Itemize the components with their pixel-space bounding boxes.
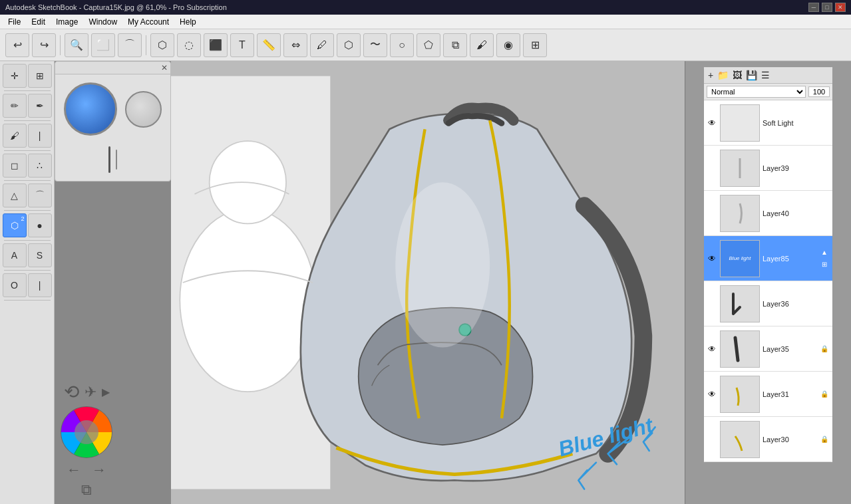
menu-item-image[interactable]: Image [51, 16, 83, 28]
layer-lock-soft-light[interactable] [819, 118, 830, 128]
zoom-tool-button[interactable]: 🔍 [65, 33, 88, 57]
line-left-tool[interactable]: | [28, 273, 52, 297]
menu-item-edit[interactable]: Edit [26, 16, 51, 28]
scatter-left-tool[interactable]: ∴ [28, 154, 52, 178]
text-a-left-tool[interactable]: A [3, 243, 27, 267]
folder-icon[interactable]: 📁 [717, 70, 729, 80]
layer-ops-left-tool[interactable]: ⊞ [28, 64, 52, 88]
layer-lock-layer39[interactable] [819, 163, 830, 174]
forward-arrow[interactable]: → [92, 461, 106, 479]
menu-item-help[interactable]: Help [174, 16, 202, 28]
flip-icon[interactable]: ⧉ [81, 481, 92, 499]
color-fill-left-tool[interactable]: ● [28, 213, 52, 237]
smudge-left-tool[interactable]: ⌒ [28, 184, 52, 207]
close-button[interactable]: ✕ [835, 3, 846, 12]
back-arrow[interactable]: ← [67, 461, 81, 479]
layer-item-layer40[interactable]: Layer40 [704, 191, 832, 236]
text-s-left-tool[interactable]: S [28, 243, 52, 267]
pen-left-tool[interactable]: ✒ [28, 94, 52, 118]
eraser-left-tool[interactable]: ◻ [3, 154, 27, 178]
brush-panel-close[interactable]: ✕ [161, 63, 168, 72]
shape-tool-button[interactable]: ⬠ [417, 33, 440, 57]
left-tool-row: O| [3, 273, 52, 297]
layer-thumb-layer31 [720, 376, 760, 413]
move-left-tool[interactable]: ✛ [3, 64, 27, 88]
left-toolbar: ✛⊞✏✒🖌|◻∴△⌒2⬡●ASO| [0, 61, 55, 504]
image-icon[interactable]: 🖼 [733, 70, 742, 80]
menu-item-file[interactable]: File [3, 16, 26, 28]
brush-set1-tool-button[interactable]: 🖌 [470, 33, 494, 57]
layer-visibility-layer31[interactable]: 👁 [707, 389, 717, 400]
brush-left-tool[interactable]: 🖌 [3, 124, 27, 148]
layer-name-layer36: Layer36 [763, 300, 816, 308]
text-o-left-tool[interactable]: O [3, 273, 27, 297]
layer-visibility-layer85[interactable]: 👁 [707, 253, 717, 264]
menu-item-my-account[interactable]: My Account [122, 16, 174, 28]
layer-info-layer40: Layer40 [763, 209, 816, 217]
layer-name-layer85: Layer85 [763, 255, 803, 263]
color-wheel[interactable] [60, 406, 113, 459]
layer-visibility-layer35[interactable]: 👁 [707, 344, 717, 354]
undo-tool-button[interactable]: ↩ [5, 33, 29, 57]
main-toolbar: ↩↪🔍⬜⌒⬡◌⬛T📏⇔🖊⬡〜○⬠⧉🖌◉⊞ [0, 29, 851, 61]
layer-visibility-layer36[interactable] [707, 299, 717, 309]
maximize-button[interactable]: □ [822, 3, 832, 12]
clone-tool-button[interactable]: ⧉ [443, 33, 467, 57]
brush-set2-tool-button[interactable]: ⊞ [523, 33, 547, 57]
layer-visibility-layer30[interactable] [707, 434, 717, 445]
layer-item-layer31[interactable]: 👁Layer31🔒 [704, 372, 832, 417]
blend-mode-select[interactable]: NormalMultiplyScreenOverlaySoft LightHar… [707, 86, 806, 98]
left-tool-row: ✏✒ [3, 94, 52, 118]
redo-tool-button[interactable]: ↪ [32, 33, 56, 57]
opacity-value[interactable]: 100 [808, 86, 830, 97]
pencil-left-tool[interactable]: ✏ [3, 94, 27, 118]
layer-item-layer35[interactable]: 👁Layer35🔒 [704, 326, 832, 372]
nav-icon-2[interactable]: ✈ [85, 384, 96, 401]
secondary-color-swatch[interactable] [125, 91, 162, 128]
nav-icon-3[interactable]: ▶ [102, 386, 110, 398]
transform2-tool-button[interactable]: ◌ [177, 33, 201, 57]
layer-lock-layer36[interactable] [819, 299, 830, 309]
menubar: FileEditImageWindowMy AccountHelp [0, 15, 851, 29]
layer-lock-layer40[interactable] [819, 208, 830, 219]
pen-tool-button[interactable]: 🖊 [310, 33, 334, 57]
layer-visibility-layer39[interactable] [707, 163, 717, 174]
layer-lock-layer85[interactable] [806, 253, 816, 264]
ink-left-tool[interactable]: | [28, 124, 52, 148]
layer-visibility-soft-light[interactable]: 👁 [707, 118, 717, 128]
transform-tool-button[interactable]: ⬡ [150, 33, 174, 57]
perspective-tool-button[interactable]: ⬡ [337, 33, 361, 57]
layer-item-layer36[interactable]: Layer36 [704, 281, 832, 326]
layer-lock-layer31[interactable]: 🔒 [819, 389, 830, 400]
curve-tool-button[interactable]: 〜 [363, 33, 387, 57]
menu-item-window[interactable]: Window [83, 16, 122, 28]
primary-color-swatch[interactable] [64, 82, 117, 136]
layer-item-layer39[interactable]: Layer39 [704, 146, 832, 191]
transform3-tool-button[interactable]: ⬛ [204, 33, 228, 57]
minimize-button[interactable]: ─ [808, 3, 819, 12]
text-tool-button[interactable]: T [230, 33, 254, 57]
layer-visibility-layer40[interactable] [707, 208, 717, 219]
airbrush-left-tool[interactable]: △ [3, 184, 27, 207]
symmetry-tool-button[interactable]: ⇔ [283, 33, 307, 57]
color-wheel-tool-button[interactable]: ◉ [496, 33, 520, 57]
ellipse-tool-button[interactable]: ○ [390, 33, 414, 57]
select-rect-tool-button[interactable]: ⬜ [91, 33, 115, 57]
right-panel: + 📁 🖼 💾 ☰ NormalMultiplyScreenOverlaySof… [685, 61, 851, 504]
add-layer-icon[interactable]: + [708, 70, 713, 80]
layer-item-layer85[interactable]: 👁Blue lightLayer85▲⊞ [704, 236, 832, 281]
layer-lock-layer30[interactable]: 🔒 [819, 434, 830, 445]
layer-merge-button[interactable]: ⊞ [819, 259, 830, 270]
layer-item-soft-light[interactable]: 👁Soft Light [704, 100, 832, 146]
stamp-left-tool[interactable]: 2⬡ [3, 213, 27, 237]
save-layer-icon[interactable]: 💾 [746, 70, 757, 80]
canvas-area[interactable]: ✕ [55, 61, 685, 504]
layers-menu-icon[interactable]: ☰ [761, 70, 770, 80]
layer-move-up-button[interactable]: ▲ [819, 247, 830, 258]
select-lasso-tool-button[interactable]: ⌒ [118, 33, 142, 57]
layer-lock-layer35[interactable]: 🔒 [819, 344, 830, 354]
drawing-canvas[interactable]: Blue light [171, 61, 685, 504]
layer-item-layer30[interactable]: Layer30🔒 [704, 417, 832, 462]
ruler-tool-button[interactable]: 📏 [257, 33, 281, 57]
nav-icon-1[interactable]: ⟲ [64, 381, 79, 403]
